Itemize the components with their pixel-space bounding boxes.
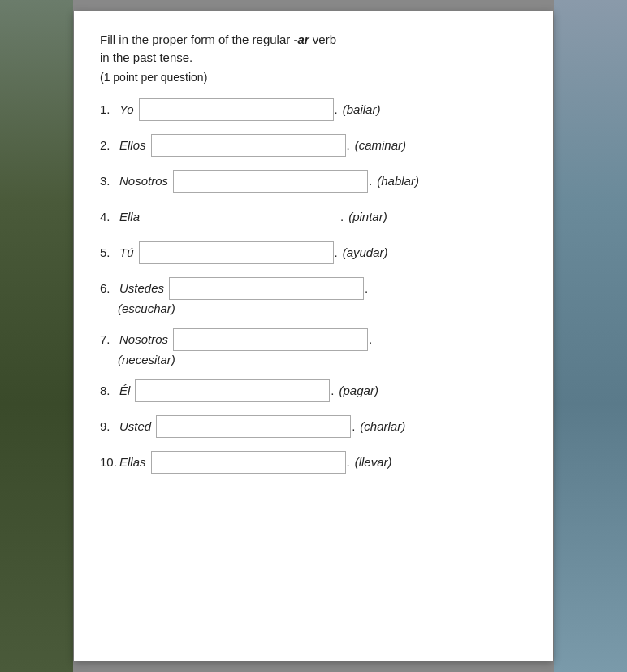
verb-hint-1: (bailar) [343,102,381,116]
question-row-9: 9. Usted . (charlar) [100,415,527,438]
answer-input-10[interactable] [151,451,346,474]
instructions-bold: -ar [293,33,309,46]
instructions-line1: Fill in the proper form of the regular [100,33,293,46]
background-right [554,0,627,672]
subject-4: Ella [119,210,140,223]
subject-3: Nosotros [119,174,168,188]
subject-2: Ellos [119,138,146,152]
period-3: . [369,174,372,188]
question-row-3: 3. Nosotros . (hablar) [100,170,527,193]
answer-input-4[interactable] [145,206,339,228]
subject-7: Nosotros [119,332,168,346]
question-row-4: 4. Ella . (pintar) [100,206,527,228]
question-number-3: 3. [100,174,118,188]
question-number-2: 2. [100,138,118,152]
instructions-line2: verb [309,33,336,46]
period-7: . [369,332,372,346]
question-wrap-6: 6. Ustedes . (escuchar) [100,277,527,315]
verb-hint-10: (llevar) [355,455,392,469]
period-5: . [335,245,338,259]
verb-hint-7: (necesitar) [118,353,527,366]
verb-hint-5: (ayudar) [343,245,388,259]
verb-hint-2: (caminar) [355,138,406,152]
answer-input-6[interactable] [169,277,364,300]
period-4: . [340,210,344,223]
question-row-1: 1. Yo . (bailar) [100,98,527,121]
question-number-6: 6. [100,281,118,295]
question-number-9: 9. [100,419,118,433]
question-wrap-7: 7. Nosotros . (necesitar) [100,328,527,366]
background-left [0,0,73,672]
verb-hint-3: (hablar) [377,174,419,188]
period-1: . [335,102,338,116]
instructions-text: Fill in the proper form of the regular -… [100,31,527,67]
question-row-5: 5. Tú . (ayudar) [100,241,527,264]
answer-input-1[interactable] [139,98,334,121]
subject-1: Yo [119,102,134,116]
question-number-1: 1. [100,102,118,116]
verb-hint-6: (escuchar) [118,301,527,315]
verb-hint-8: (pagar) [339,384,378,397]
question-row-10: 10. Ellas . (llevar) [100,451,527,474]
question-row-7-top: 7. Nosotros . [100,328,527,351]
subject-8: Él [119,384,130,397]
question-number-10: 10. [100,455,118,469]
subject-9: Usted [119,419,151,433]
question-row-8: 8. Él . (pagar) [100,379,527,402]
period-8: . [331,384,334,397]
question-row-6-top: 6. Ustedes . [100,277,527,300]
question-row-2: 2. Ellos . (caminar) [100,134,527,157]
question-number-7: 7. [100,332,118,346]
period-6: . [365,281,368,295]
period-9: . [352,419,355,433]
verb-hint-9: (charlar) [360,419,405,433]
subject-5: Tú [119,245,134,259]
verb-hint-4: (pintar) [348,210,387,223]
answer-input-8[interactable] [135,379,330,402]
period-10: . [347,455,350,469]
points-text: (1 point per question) [100,71,527,84]
period-2: . [347,138,350,152]
instructions-line3: in the past tense. [100,50,192,64]
main-panel: Fill in the proper form of the regular -… [74,11,553,661]
question-number-4: 4. [100,210,118,223]
answer-input-2[interactable] [151,134,346,157]
question-number-8: 8. [100,384,118,397]
subject-6: Ustedes [119,281,164,295]
answer-input-7[interactable] [173,328,368,351]
answer-input-3[interactable] [173,170,368,193]
question-number-5: 5. [100,245,118,259]
answer-input-9[interactable] [156,415,351,438]
subject-10: Ellas [119,455,146,469]
answer-input-5[interactable] [139,241,334,264]
